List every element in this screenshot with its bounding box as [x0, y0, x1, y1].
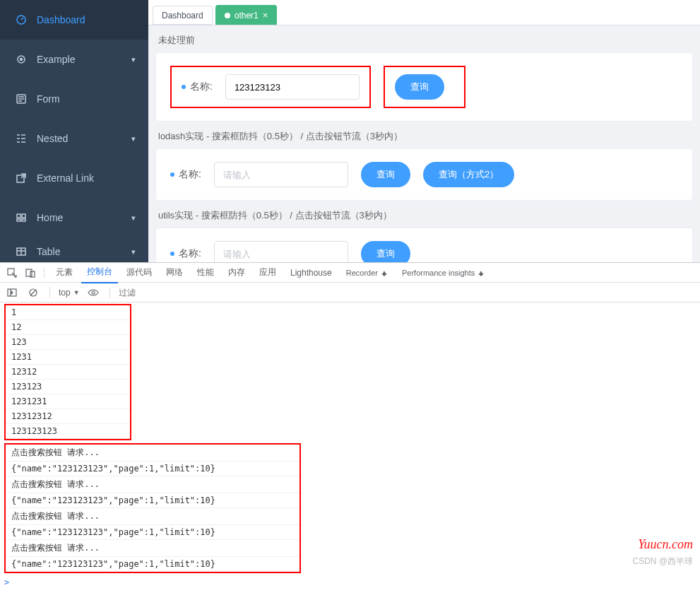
log-highlight-group-1: 1 12 123 1231 12312 123123 1231231 12312…	[4, 304, 131, 440]
context-selector[interactable]: top ▼	[59, 288, 80, 298]
tab-label: other1	[235, 11, 259, 20]
log-line: 点击搜索按钮 请求...	[6, 508, 299, 525]
sidebar-item-home[interactable]: Home ▾	[0, 198, 148, 237]
svg-rect-11	[26, 269, 32, 276]
table-icon	[14, 246, 28, 257]
field-label: 名称:	[179, 247, 201, 260]
chevron-down-icon: ▾	[131, 55, 136, 64]
log-line: 123	[6, 335, 130, 350]
log-line: {"name":"123123123","page":1,"limit":10}	[6, 493, 299, 508]
svg-rect-8	[22, 219, 25, 221]
chevron-down-icon: ▾	[131, 247, 136, 257]
console-prompt[interactable]: >	[0, 576, 700, 589]
log-line: 1231231	[6, 394, 130, 409]
required-dot	[170, 252, 174, 256]
sidebar: Dashboard Example ▾ Form Nested ▾	[0, 0, 148, 262]
highlight-box-input: 名称:	[170, 66, 371, 108]
svg-rect-5	[17, 214, 20, 218]
log-line: 点击搜索按钮 请求...	[6, 445, 299, 462]
query-button-2b[interactable]: 查询（方式2）	[423, 162, 514, 187]
devtools-tab-memory[interactable]: 内存	[223, 262, 251, 283]
chevron-down-icon: ▼	[73, 289, 80, 296]
query-button-2a[interactable]: 查询	[361, 162, 410, 187]
sidebar-item-label: External Link	[37, 172, 94, 184]
required-dot	[182, 85, 186, 89]
devtools-panel: 元素 控制台 源代码 网络 性能 内存 应用 Lighthouse Record…	[0, 262, 700, 589]
sidebar-item-dashboard[interactable]: Dashboard	[0, 0, 148, 40]
home-icon	[14, 212, 28, 223]
svg-rect-6	[22, 214, 25, 218]
card-3: 名称: 查询	[155, 228, 693, 262]
link-icon	[14, 172, 28, 184]
app-frame: Dashboard Example ▾ Form Nested ▾	[0, 0, 700, 262]
sidebar-item-example[interactable]: Example ▾	[0, 40, 148, 79]
svg-point-15	[92, 291, 95, 294]
query-button-3[interactable]: 查询	[361, 241, 410, 262]
log-line: 12312	[6, 365, 130, 380]
name-input-2[interactable]	[214, 162, 348, 187]
sidebar-item-label: Nested	[37, 133, 68, 144]
field-label: 名称:	[179, 168, 201, 181]
devtools-tab-console[interactable]: 控制台	[81, 262, 118, 283]
console-filter-input[interactable]	[119, 288, 175, 298]
log-line: 点击搜索按钮 请求...	[6, 540, 299, 557]
form-icon	[14, 93, 28, 105]
query-button-1[interactable]: 查询	[395, 74, 444, 100]
sidebar-item-form[interactable]: Form	[0, 79, 148, 119]
tabs-bar: Dashboard other1 ×	[148, 0, 700, 25]
devtools-tab-sources[interactable]: 源代码	[121, 262, 158, 283]
field-label-wrap: 名称:	[182, 81, 213, 93]
log-line: {"name":"123123123","page":1,"limit":10}	[6, 557, 299, 572]
log-line: 12	[6, 320, 130, 335]
devtools-tab-network[interactable]: 网络	[160, 262, 189, 283]
log-line: {"name":"123123123","page":1,"limit":10}	[6, 525, 299, 540]
log-line: 1	[6, 305, 130, 320]
device-toggle-icon[interactable]	[23, 265, 38, 281]
highlight-box-button: 查询	[384, 66, 465, 108]
console-toolbar: top ▼	[0, 283, 700, 302]
section-heading-1: 未处理前	[155, 25, 693, 52]
tab-other1[interactable]: other1 ×	[215, 5, 278, 25]
log-highlight-group-2: 点击搜索按钮 请求... {"name":"123123123","page":…	[4, 443, 301, 573]
chevron-down-icon: ▾	[131, 213, 136, 223]
field-label: 名称:	[190, 81, 213, 93]
nested-icon	[14, 133, 28, 144]
name-input-1[interactable]	[225, 74, 360, 100]
devtools-tab-elements[interactable]: 元素	[50, 262, 78, 283]
sidebar-item-table[interactable]: Table ▾	[0, 237, 148, 262]
log-line: 123123	[6, 380, 130, 394]
watermark-site: Yuucn.com	[638, 537, 693, 552]
eye-icon[interactable]	[85, 285, 101, 300]
devtools-tab-performance[interactable]: 性能	[191, 262, 220, 283]
sidebar-toggle-icon[interactable]	[4, 285, 20, 300]
tab-dashboard[interactable]: Dashboard	[153, 6, 213, 25]
main-area: Dashboard other1 × 未处理前 名称:	[148, 0, 700, 262]
sidebar-item-external-link[interactable]: External Link	[0, 158, 148, 198]
log-line: 123123123	[6, 424, 130, 439]
sidebar-item-nested[interactable]: Nested ▾	[0, 119, 148, 158]
name-input-3[interactable]	[214, 241, 348, 262]
dashboard-icon	[14, 14, 28, 25]
sidebar-item-label: Table	[37, 246, 60, 257]
devtools-tab-lighthouse[interactable]: Lighthouse	[285, 264, 338, 282]
devtools-tab-recorder[interactable]: Recorder	[340, 264, 393, 281]
svg-point-2	[20, 59, 23, 61]
watermark-author: CSDN @西半球	[632, 556, 693, 568]
log-line: 12312312	[6, 409, 130, 424]
close-icon[interactable]: ×	[263, 10, 268, 20]
card-2: 名称: 查询 查询（方式2）	[155, 148, 693, 201]
devtools-tab-application[interactable]: 应用	[254, 262, 282, 283]
section-heading-3: utils实现 - 搜索框防抖（0.5秒） / 点击按钮节流（3秒内）	[155, 201, 693, 228]
section-heading-2: lodash实现 - 搜索框防抖（0.5秒） / 点击按钮节流（3秒内）	[155, 122, 693, 148]
sidebar-item-label: Example	[37, 54, 75, 65]
content-area: 未处理前 名称: 查询 lodash实现 - 搜索框防抖（0	[148, 25, 700, 262]
console-output: 1 12 123 1231 12312 123123 1231231 12312…	[0, 304, 700, 589]
inspect-icon[interactable]	[4, 265, 20, 281]
log-line: 1231	[6, 350, 130, 365]
example-icon	[14, 54, 28, 65]
devtools-tab-perf-insights[interactable]: Performance insights	[396, 264, 490, 281]
required-dot	[170, 172, 174, 177]
clear-console-icon[interactable]	[25, 285, 41, 300]
tab-label: Dashboard	[162, 11, 203, 20]
card-1: 名称: 查询	[155, 52, 693, 122]
